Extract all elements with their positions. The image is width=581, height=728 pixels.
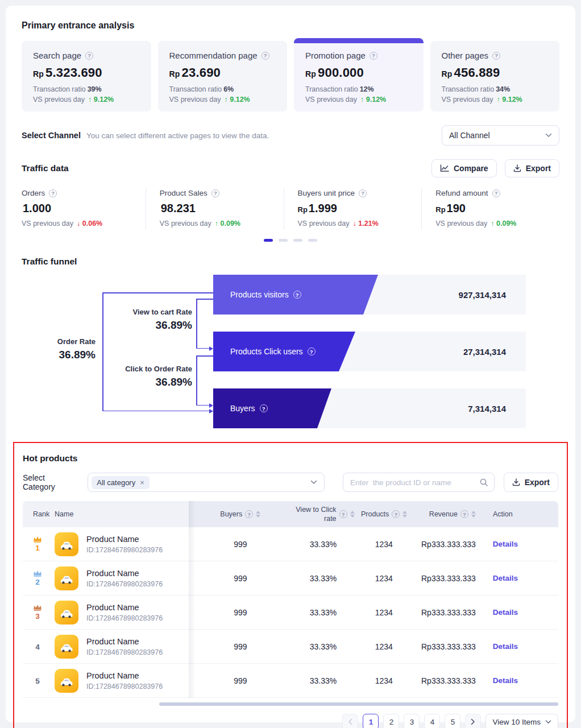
- product-search-input[interactable]: [350, 478, 479, 487]
- carousel-dot[interactable]: [308, 239, 317, 242]
- car-icon: [57, 637, 76, 656]
- metric-refund-amount: Refund amount? Rp190 VS previous day0.09…: [421, 188, 559, 230]
- product-name: Product Name: [86, 671, 163, 680]
- traffic-export-button[interactable]: Export: [505, 159, 559, 177]
- product-cell: Product Name ID:17284678980283976: [52, 664, 189, 697]
- page-button[interactable]: 3: [404, 714, 420, 728]
- table-body: 1 Product Name ID:17284678980283976: [23, 527, 558, 698]
- rank-number: 2: [35, 578, 40, 586]
- entrance-card-recommendation-page[interactable]: Recommendation page? Rp23.690 Transactio…: [158, 41, 288, 111]
- sort-icon[interactable]: [402, 511, 407, 518]
- buyers-cell: 999: [189, 595, 292, 629]
- carousel-dot-active[interactable]: [264, 239, 273, 242]
- funnel-connector-line: [196, 355, 213, 357]
- page-size-select[interactable]: View 10 Items: [485, 714, 558, 728]
- page-button[interactable]: 1: [363, 714, 379, 728]
- entrance-card-promotion-page[interactable]: Promotion page? Rp900.000 Transaction ra…: [294, 41, 424, 111]
- prev-page-button[interactable]: [342, 714, 358, 728]
- products-cell: 1234: [354, 630, 413, 663]
- funnel-arrow-icon: [209, 403, 213, 408]
- products-cell: 1234: [354, 561, 413, 595]
- details-link[interactable]: Details: [493, 540, 518, 548]
- help-icon[interactable]: ?: [293, 291, 301, 299]
- line-chart-icon: [440, 164, 449, 172]
- funnel-connector-line: [196, 355, 197, 405]
- car-icon: [57, 603, 76, 622]
- help-icon[interactable]: ?: [49, 189, 57, 197]
- details-link[interactable]: Details: [493, 608, 518, 617]
- help-icon[interactable]: ?: [260, 404, 268, 412]
- funnel-arrow-icon: [209, 346, 213, 351]
- select-channel-label: Select Channel: [22, 131, 81, 140]
- funnel-connector-line: [102, 411, 209, 412]
- details-link[interactable]: Details: [493, 642, 518, 651]
- help-icon[interactable]: ?: [492, 189, 500, 197]
- car-icon: [57, 671, 76, 690]
- funnel-connector-line: [102, 292, 213, 293]
- metric-product-sales: Product Sales? 98.231 VS previous day0.0…: [146, 188, 284, 230]
- download-icon: [512, 478, 520, 486]
- sort-icon[interactable]: [471, 511, 476, 518]
- page-button[interactable]: 5: [445, 714, 460, 728]
- select-channel-row: Select Channel You can select different …: [22, 125, 559, 146]
- product-id: ID:17284678980283976: [86, 614, 163, 622]
- funnel-stage-buyers: Buyers? 7,314,314: [213, 388, 526, 428]
- entrance-card-search-page[interactable]: Search page? Rp5.323.690 Transaction rat…: [22, 41, 151, 111]
- help-icon[interactable]: ?: [85, 52, 93, 60]
- funnel-connector-line: [196, 299, 197, 348]
- funnel-bar[interactable]: Buyers?: [213, 388, 331, 428]
- horizontal-scrollbar: [23, 702, 558, 706]
- help-icon[interactable]: ?: [308, 348, 316, 355]
- column-header-name: Name: [52, 501, 189, 527]
- funnel-connector-line: [196, 405, 209, 406]
- product-name: Product Name: [86, 535, 163, 544]
- funnel-stage-products-visitors: Products visitors? 927,314,314: [213, 275, 526, 315]
- help-icon[interactable]: ?: [262, 52, 269, 60]
- product-cell: Product Name ID:17284678980283976: [52, 561, 189, 595]
- carousel-dot[interactable]: [293, 239, 302, 242]
- vs-previous-day: VS previous day9.12%: [169, 96, 276, 104]
- sticky-columns: 4 Product Name ID:17284678980283976: [23, 630, 189, 663]
- category-select[interactable]: All category ×: [88, 473, 325, 492]
- hot-products-export-button[interactable]: Export: [504, 473, 558, 492]
- carousel-dots: [22, 239, 559, 242]
- traffic-funnel-title: Traffic funnel: [22, 257, 559, 267]
- page-button[interactable]: 2: [383, 714, 399, 728]
- horizontal-scrollbar-thumb[interactable]: [159, 702, 558, 706]
- traffic-funnel-chart: Order Rate 36.89% View to cart Rate 36.8…: [22, 275, 559, 429]
- help-icon[interactable]: ?: [460, 510, 468, 518]
- help-icon[interactable]: ?: [339, 510, 347, 518]
- metric-buyers-unit-price: Buyers unit price? Rp1.999 VS previous d…: [284, 188, 422, 230]
- page: Primary entrance analysis Search page? R…: [0, 0, 581, 728]
- car-icon: [57, 535, 76, 554]
- help-icon[interactable]: ?: [359, 189, 367, 197]
- help-icon[interactable]: ?: [492, 52, 500, 60]
- funnel-arrow-icon: [209, 409, 213, 413]
- channel-select[interactable]: All Channel: [442, 125, 559, 146]
- sticky-columns: 2 Product Name ID:17284678980283976: [23, 561, 189, 595]
- funnel-bar[interactable]: Products Click users?: [213, 332, 355, 371]
- help-icon[interactable]: ?: [245, 510, 253, 518]
- next-page-button[interactable]: [465, 714, 481, 728]
- details-link[interactable]: Details: [493, 574, 518, 582]
- compare-button[interactable]: Compare: [431, 159, 497, 177]
- sort-icon[interactable]: [350, 511, 355, 518]
- traffic-data-header: Traffic data Compare Export: [22, 159, 559, 177]
- sort-icon[interactable]: [256, 511, 260, 518]
- help-icon[interactable]: ?: [392, 510, 400, 518]
- transaction-ratio: Transaction ratio6%: [169, 85, 276, 93]
- entrance-card-other-pages[interactable]: Other pages? Rp456.889 Transaction ratio…: [430, 41, 560, 111]
- metric-value: 1.000: [22, 202, 146, 215]
- product-name: Product Name: [86, 637, 163, 646]
- action-cell: Details: [476, 630, 558, 663]
- search-icon[interactable]: [479, 478, 488, 487]
- funnel-bar[interactable]: Products visitors?: [213, 275, 378, 315]
- buyers-cell: 999: [189, 527, 292, 561]
- chip-remove-icon[interactable]: ×: [140, 478, 144, 487]
- page-button[interactable]: 4: [424, 714, 440, 728]
- details-link[interactable]: Details: [493, 676, 518, 685]
- help-icon[interactable]: ?: [370, 52, 377, 60]
- section-title-primary-entrance: Primary entrance analysis: [22, 20, 559, 31]
- help-icon[interactable]: ?: [211, 189, 219, 197]
- carousel-dot[interactable]: [279, 239, 288, 242]
